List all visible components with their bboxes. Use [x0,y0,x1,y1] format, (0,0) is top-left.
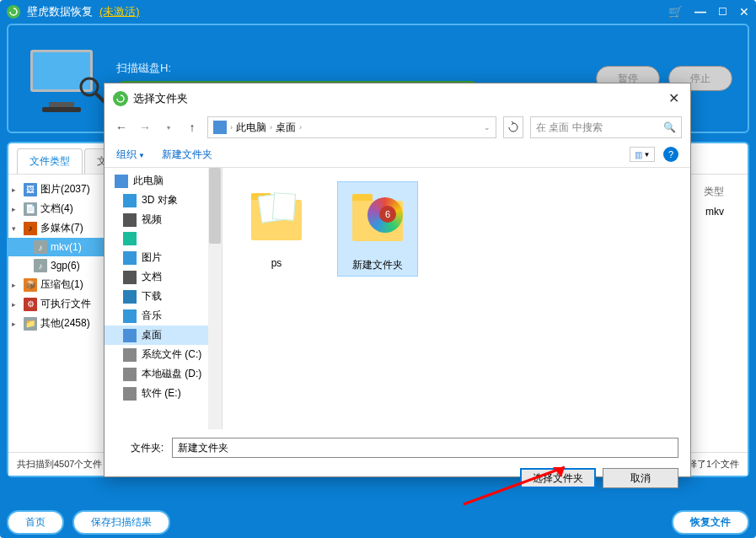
titlebar: 壁虎数据恢复 (未激活) 🛒 — ☐ ✕ [0,0,756,24]
folder-dialog: 选择文件夹 ✕ ← → ▾ ↑ › 此电脑 › 桌面 › ⌄ 在 桌面 中搜索 … [104,83,691,477]
dt-drived[interactable]: 本地磁盘 (D:) [105,364,222,384]
tree-3gp[interactable]: ♪3gp(6) [8,256,105,275]
bc-dropdown-icon[interactable]: ⌄ [484,123,491,132]
dt-drivee[interactable]: 软件 (E:) [105,384,222,403]
dialog-toolbar: 组织▼ 新建文件夹 ▥▼ ? [105,142,690,168]
tree-exe[interactable]: ▸⚙可执行文件 [8,294,105,314]
dialog-nav: ← → ▾ ↑ › 此电脑 › 桌面 › ⌄ 在 桌面 中搜索 🔍 [105,113,690,142]
dt-desktop[interactable]: 桌面 [105,325,222,345]
bottom-buttons: 首页 保存扫描结果 恢复文件 [7,510,749,535]
dialog-tree: 此电脑 3D 对象 视频 图片 文档 下载 音乐 桌面 系统文件 (C:) 本地… [105,168,223,429]
breadcrumb[interactable]: › 此电脑 › 桌面 › ⌄ [207,116,496,138]
search-icon: 🔍 [663,121,676,133]
app-logo [7,5,20,19]
dt-docs[interactable]: 文档 [105,267,222,287]
dt-music[interactable]: 音乐 [105,306,222,325]
recover-button[interactable]: 恢复文件 [672,510,749,535]
tree-other[interactable]: ▸📁其他(2458) [8,314,105,333]
minimize-icon[interactable]: — [694,5,706,19]
dt-downloads[interactable]: 下载 [105,287,222,306]
dialog-close-icon[interactable]: ✕ [665,90,682,106]
tree-mkv[interactable]: ♪mkv(1) [8,238,105,256]
file-pane[interactable]: ps 6 新建文件夹 [223,168,690,429]
folder-label: 文件夹: [116,441,164,455]
tab-filetype[interactable]: 文件类型 [17,148,83,174]
save-scan-button[interactable]: 保存扫描结果 [72,510,170,535]
monitor-image [24,45,99,112]
dt-app[interactable] [105,229,222,248]
cart-icon[interactable]: 🛒 [668,5,683,19]
dt-video[interactable]: 视频 [105,210,222,229]
tree-scrollbar[interactable] [208,168,222,429]
folder-icon [243,185,310,252]
dialog-logo-icon [113,91,128,106]
nav-up-icon[interactable]: ↑ [184,119,201,136]
tree-media[interactable]: ▾♪多媒体(7) [8,218,105,238]
file-newfolder[interactable]: 6 新建文件夹 [337,181,418,277]
nav-recent-icon[interactable]: ▾ [160,119,177,136]
maximize-icon[interactable]: ☐ [718,6,727,18]
pc-icon [213,121,227,134]
unactivated-link[interactable]: (未激活) [99,4,140,19]
app-title: 壁虎数据恢复 [27,4,93,19]
select-folder-button[interactable]: 选择文件夹 [520,468,596,488]
tree-archive[interactable]: ▸📦压缩包(1) [8,275,105,294]
col-type: 类型 [704,185,724,199]
refresh-button[interactable] [503,116,523,138]
file-ps[interactable]: ps [236,181,317,272]
svg-point-0 [81,78,98,95]
help-icon[interactable]: ? [663,147,678,162]
dt-drivec[interactable]: 系统文件 (C:) [105,345,222,364]
view-toggle[interactable]: ▥▼ [630,147,655,162]
cancel-button[interactable]: 取消 [603,468,678,488]
file-tree: ▸🖼图片(2037) ▸📄文档(4) ▾♪多媒体(7) ♪mkv(1) ♪3gp… [8,175,105,452]
bc-desktop[interactable]: 桌面 [276,121,296,135]
row-mkv: mkv [705,206,724,218]
dt-3d[interactable]: 3D 对象 [105,191,222,210]
status-scanned: 共扫描到4507个文件 [17,458,102,471]
dt-pics[interactable]: 图片 [105,248,222,267]
bc-thispc[interactable]: 此电脑 [236,121,266,135]
close-icon[interactable]: ✕ [739,5,749,19]
folder-input[interactable] [172,438,678,458]
dialog-titlebar: 选择文件夹 ✕ [105,83,690,113]
scan-label: 扫描磁盘H: [116,61,579,76]
home-button[interactable]: 首页 [7,510,64,535]
dialog-title: 选择文件夹 [133,91,188,106]
nav-forward-icon: → [137,119,153,136]
tree-docs[interactable]: ▸📄文档(4) [8,199,105,218]
tree-images[interactable]: ▸🖼图片(2037) [8,180,105,199]
dialog-footer: 文件夹: 选择文件夹 取消 [105,429,690,497]
organize-menu[interactable]: 组织▼ [116,148,145,162]
dt-thispc[interactable]: 此电脑 [105,171,222,191]
search-input[interactable]: 在 桌面 中搜索 🔍 [530,116,682,138]
folder-icon: 6 [344,186,411,253]
newfolder-button[interactable]: 新建文件夹 [162,148,212,162]
nav-back-icon[interactable]: ← [113,119,130,136]
